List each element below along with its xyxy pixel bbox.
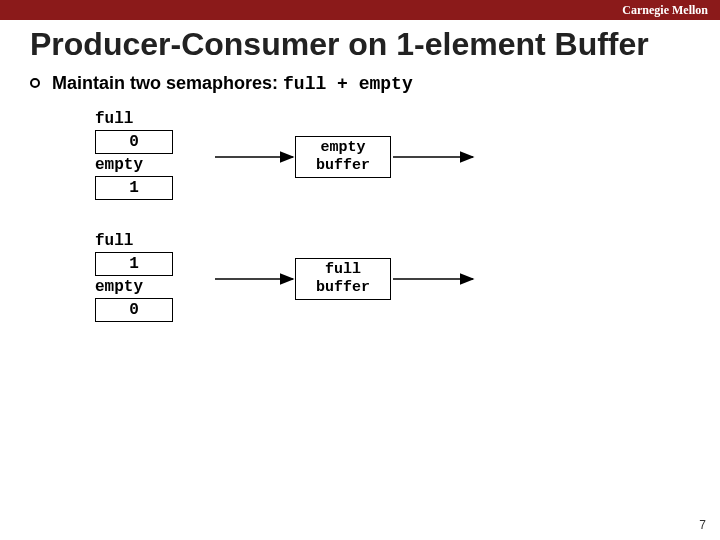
arrows-2 [95, 232, 495, 342]
page-number: 7 [699, 518, 706, 532]
arrows-1 [95, 110, 495, 220]
bullet-marker-icon [30, 78, 40, 88]
bullet-sem2: empty [359, 74, 413, 94]
diagram-area: full 0 empty 1 empty buffer full 1 empty… [95, 110, 720, 342]
bullet-sem1: full [283, 74, 326, 94]
bullet-row: Maintain two semaphores: full + empty [0, 71, 720, 104]
bullet-text: Maintain two semaphores: full + empty [52, 73, 413, 94]
bullet-pre: Maintain two semaphores: [52, 73, 283, 93]
slide-title: Producer-Consumer on 1-element Buffer [0, 20, 720, 71]
state-group-empty: full 0 empty 1 empty buffer [95, 110, 720, 220]
bullet-plus: + [326, 74, 358, 94]
state-group-full: full 1 empty 0 full buffer [95, 232, 720, 342]
university-label: Carnegie Mellon [622, 3, 708, 18]
header-bar: Carnegie Mellon [0, 0, 720, 20]
